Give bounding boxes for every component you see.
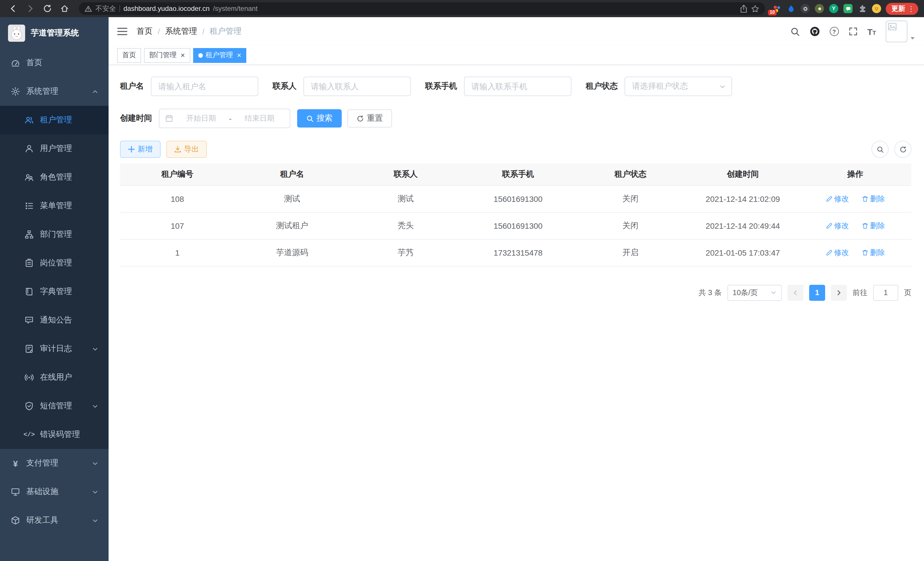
tab-home[interactable]: 首页 (117, 48, 141, 63)
breadcrumb-home[interactable]: 首页 (136, 26, 153, 37)
sidebar-item-notice[interactable]: 通知公告 (0, 306, 109, 335)
help-icon[interactable]: ? (830, 27, 838, 36)
sidebar-item-system[interactable]: 系统管理 (0, 77, 109, 106)
create-time-range-picker[interactable]: 开始日期 - 结束日期 (159, 109, 290, 128)
tab-tenant-active[interactable]: 租户管理 × (193, 48, 246, 63)
edit-link[interactable]: 修改 (825, 220, 849, 231)
search-button-label: 搜索 (316, 113, 333, 123)
cube-icon (10, 516, 21, 525)
toggle-search-button[interactable] (872, 141, 889, 158)
sidebar-item-infra[interactable]: 基础设施 (0, 478, 109, 506)
sidebar-item-dict[interactable]: 字典管理 (0, 277, 109, 306)
export-button[interactable]: 导出 (166, 141, 207, 158)
sidebar-item-sms[interactable]: 短信管理 (0, 392, 109, 420)
sidebar-item-error-code[interactable]: </> 错误码管理 (0, 420, 109, 449)
avatar[interactable] (886, 21, 908, 42)
address-bar[interactable]: 不安全 dashboard.yudao.iocoder.cn/system/te… (79, 2, 765, 15)
share-icon[interactable] (740, 4, 747, 13)
hamburger-icon[interactable] (117, 27, 128, 36)
sidebar-item-post[interactable]: 岗位管理 (0, 249, 109, 277)
delete-link[interactable]: 删除 (861, 220, 885, 231)
status-select[interactable]: 请选择租户状态 (625, 77, 732, 96)
edit-link[interactable]: 修改 (825, 247, 849, 258)
edit-link[interactable]: 修改 (825, 194, 849, 204)
close-icon[interactable]: × (181, 51, 185, 59)
active-tab-dot (198, 53, 202, 57)
sidebar-item-dev-tools[interactable]: 研发工具 (0, 506, 109, 535)
badge-icon (24, 259, 34, 268)
sidebar-item-label: 首页 (26, 58, 42, 68)
extension-icon-olive[interactable] (815, 4, 824, 13)
sidebar-item-user[interactable]: 用户管理 (0, 134, 109, 163)
fullscreen-icon[interactable] (848, 27, 857, 36)
header-search-icon[interactable] (790, 27, 800, 36)
reload-icon[interactable] (40, 2, 55, 15)
sidebar-item-label: 角色管理 (40, 172, 72, 182)
sidebar-item-home[interactable]: 首页 (0, 49, 109, 77)
total-count: 共 3 条 (699, 287, 722, 298)
pagination: 共 3 条 10条/页 1 前往 页 (120, 284, 911, 301)
sidebar-item-online-user[interactable]: 在线用户 (0, 363, 109, 392)
sidebar-item-label: 用户管理 (40, 144, 72, 154)
font-size-icon[interactable]: TT (867, 27, 876, 36)
refresh-table-button[interactable] (894, 141, 911, 158)
extensions-puzzle-icon[interactable] (858, 4, 867, 13)
sidebar-item-role[interactable]: 角色管理 (0, 163, 109, 192)
jump-suffix: 页 (904, 287, 911, 298)
extension-icon-colorful[interactable]: 10 (772, 4, 781, 13)
contact-label: 联系人 (273, 81, 297, 92)
yen-icon: ¥ (10, 458, 21, 468)
bookmark-star-icon[interactable] (751, 4, 759, 13)
delete-link[interactable]: 删除 (861, 194, 885, 204)
chrome-update-button[interactable]: 更新 ⋮ (886, 3, 918, 15)
calendar-icon (165, 114, 173, 122)
cell-status: 关闭 (574, 185, 687, 212)
breadcrumb-system[interactable]: 系统管理 (165, 26, 197, 37)
tenant-name-input[interactable] (151, 77, 258, 96)
github-icon[interactable] (809, 26, 820, 37)
caret-down-icon (910, 35, 915, 41)
page-size-select[interactable]: 10条/页 (728, 284, 782, 301)
tab-dept[interactable]: 部门管理 × (144, 48, 190, 63)
gear-icon (10, 87, 21, 96)
extension-icon-blue[interactable] (786, 4, 795, 13)
sidebar-item-dept[interactable]: 部门管理 (0, 220, 109, 249)
extension-icon-green-circle[interactable]: Y (829, 4, 838, 13)
profile-avatar[interactable] (872, 4, 881, 13)
roles-icon (24, 173, 34, 182)
app-logo[interactable]: 芋道管理系统 (0, 17, 109, 49)
close-icon[interactable]: × (237, 51, 241, 59)
app-header: 首页 / 系统管理 / 租户管理 ? TT (109, 17, 924, 46)
cell-tenant-id: 1 (120, 239, 235, 266)
tab-label: 租户管理 (206, 50, 233, 60)
browser-menu-icon[interactable]: ⋮ (908, 4, 915, 13)
extension-icon-green-square[interactable] (843, 4, 853, 13)
sidebar-item-payment[interactable]: ¥ 支付管理 (0, 449, 109, 478)
date-end-placeholder: 结束日期 (235, 113, 284, 123)
jump-page-input[interactable] (873, 284, 898, 301)
reset-button[interactable]: 重置 (347, 109, 392, 128)
sidebar-item-label: 基础设施 (26, 487, 58, 497)
home-icon[interactable] (57, 2, 72, 15)
add-button[interactable]: 新增 (120, 141, 160, 158)
security-label: 不安全 (95, 4, 116, 14)
user-menu[interactable] (886, 21, 915, 42)
forward-icon[interactable] (23, 2, 38, 15)
contact-input[interactable] (303, 77, 411, 96)
logo-rabbit-image (8, 24, 25, 41)
sidebar-item-tenant[interactable]: 租户管理 (0, 106, 109, 134)
extension-icon-dark-ring[interactable] (801, 4, 810, 13)
prev-page-button[interactable] (788, 284, 803, 301)
dashboard-icon (10, 58, 21, 68)
next-page-button[interactable] (831, 284, 847, 301)
sidebar-item-audit-log[interactable]: 审计日志 (0, 335, 109, 363)
col-actions: 操作 (799, 164, 912, 185)
sidebar-item-label: 系统管理 (26, 86, 58, 97)
phone-input[interactable] (464, 77, 572, 96)
sidebar-item-menu[interactable]: 菜单管理 (0, 192, 109, 220)
cell-phone: 15601691300 (462, 185, 574, 212)
search-button[interactable]: 搜索 (297, 109, 342, 128)
back-icon[interactable] (6, 2, 21, 15)
page-number-1[interactable]: 1 (809, 284, 825, 301)
delete-link[interactable]: 删除 (861, 247, 885, 258)
